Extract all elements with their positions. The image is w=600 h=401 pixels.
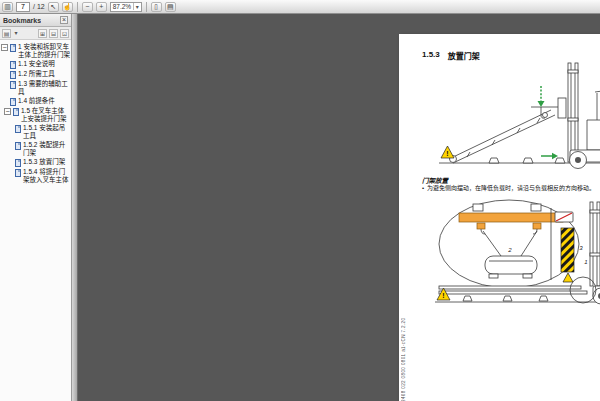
chevron-down-icon: ▾	[133, 3, 139, 10]
bullet-marker: •	[422, 185, 424, 192]
reach-truck	[568, 63, 600, 169]
close-icon[interactable]: ×	[60, 16, 68, 24]
warning-triangle-icon	[563, 273, 573, 282]
zoom-level-select[interactable]: 87.2% ▾	[110, 2, 142, 12]
figure-crane-placement: 2 3	[433, 198, 600, 310]
collapse-expander-icon[interactable]: −	[4, 108, 11, 115]
bookmark-item-1-5-2[interactable]: 1.5.2 装配提升门架	[1, 141, 70, 157]
bookmarks-panel: Bookmarks × ▤ ▾ ⊞ ⊟ ⊡ − 1 安装和拆卸叉车主体上的提升门…	[0, 14, 72, 401]
bookmark-label: 1.5 在叉车主体上安装提升门架	[21, 107, 70, 123]
top-toolbar: ▥ / 12 ↖ ☝ − + 87.2% ▾ ▯ ▤	[0, 0, 600, 14]
zoom-out-icon[interactable]: −	[82, 2, 93, 12]
inclined-mast	[449, 110, 555, 163]
bookmark-page-icon	[13, 108, 19, 116]
figure-label-1: 1	[584, 259, 587, 265]
no-touch-sign-icon	[555, 212, 573, 222]
chevron-down-icon[interactable]: ▾	[13, 29, 19, 38]
bookmark-item-1-2[interactable]: 1.2 所需工具	[1, 70, 70, 79]
pdf-viewer-window: ▥ / 12 ↖ ☝ − + 87.2% ▾ ▯ ▤ Bookmarks × ▤…	[0, 0, 600, 401]
continuous-view-icon[interactable]: ▤	[165, 2, 176, 12]
bookmark-page-icon	[10, 44, 16, 52]
bullet-text: 为避免侧向摆动，在降低负载时，请沿与负载相反的方向移动。	[427, 185, 595, 192]
arrow-right-icon	[541, 153, 558, 159]
bookmark-page-icon	[15, 125, 21, 133]
bookmark-page-icon	[10, 81, 16, 89]
bookmark-page-icon	[10, 71, 16, 79]
warning-triangle-icon: !	[441, 146, 454, 158]
single-page-view-icon[interactable]: ▯	[151, 2, 162, 12]
figure-label-2: 2	[507, 247, 512, 253]
bookmark-page-icon	[15, 142, 21, 150]
bookmark-label: 1.2 所需工具	[18, 70, 55, 78]
bookmark-label: 1.5.4 将提升门架放入叉车主体	[23, 168, 70, 184]
toolbar-separator	[146, 2, 147, 12]
document-code: 3468 022 0800 0801 a1-cCN 7.2.20	[401, 302, 406, 401]
bookmark-item-1-4[interactable]: 1.4 前提条件	[1, 97, 70, 106]
ground-chocks	[489, 158, 565, 163]
collapse-bookmark-icon[interactable]: ⊟	[49, 29, 58, 38]
page-total-label: / 12	[33, 3, 45, 10]
bookmark-item-1-5-4[interactable]: 1.5.4 将提升门架放入叉车主体	[1, 168, 70, 184]
bookmark-page-icon	[10, 98, 16, 106]
figure-label-3: 3	[579, 245, 583, 251]
zoom-level-value: 87.2%	[113, 3, 131, 10]
hand-tool-icon[interactable]: ☝	[62, 2, 73, 12]
zoom-in-icon[interactable]: +	[96, 2, 107, 12]
bookmarks-panel-toolbar: ▤ ▾ ⊞ ⊟ ⊡	[0, 27, 71, 40]
bookmark-label: 1.1 安全说明	[18, 60, 55, 68]
bookmark-item-1[interactable]: − 1 安装和拆卸叉车主体上的提升门架	[1, 43, 70, 59]
bookmark-label: 1 安装和拆卸叉车主体上的提升门架	[18, 43, 70, 59]
bookmark-label: 1.5.2 装配提升门架	[23, 141, 70, 157]
bookmark-label: 1.5.3 放置门架	[23, 158, 65, 166]
bookmarks-panel-header: Bookmarks ×	[0, 14, 71, 27]
lifting-carriage	[531, 98, 566, 118]
svg-text:!: !	[442, 292, 444, 299]
paragraph-subheading: 门架放置	[422, 175, 448, 185]
instruction-bullet: • 为避免侧向摆动，在降低负载时，请沿与负载相反的方向移动。	[422, 185, 600, 192]
document-canvas[interactable]: 1.5.3 放置门架	[78, 14, 600, 401]
bookmark-label: 1.4 前提条件	[18, 97, 55, 105]
bookmark-item-1-3[interactable]: 1.3 需要的辅助工具	[1, 80, 70, 96]
toolbar-separator	[77, 2, 78, 12]
expand-bookmark-icon[interactable]: ⊞	[38, 29, 47, 38]
page-number-input[interactable]	[16, 2, 30, 12]
collapse-expander-icon[interactable]: −	[1, 44, 8, 51]
svg-text:!: !	[446, 150, 448, 157]
bookmark-page-icon	[10, 61, 16, 69]
bookmark-item-1-5-1[interactable]: 1.5.1 安装起吊工具	[1, 124, 70, 140]
bookmark-page-icon	[15, 169, 21, 177]
arrow-down-icon	[538, 86, 545, 107]
select-tool-icon[interactable]: ↖	[48, 2, 59, 12]
bookmark-label: 1.5.1 安装起吊工具	[23, 124, 70, 140]
pdf-page: 1.5.3 放置门架	[399, 34, 600, 401]
sidebar-toggle-icon[interactable]: ▥	[2, 2, 13, 12]
new-bookmark-icon[interactable]: ⊡	[60, 29, 69, 38]
figure-mast-lowering: !	[437, 60, 600, 174]
bookmark-item-1-5[interactable]: − 1.5 在叉车主体上安装提升门架	[1, 107, 70, 123]
bookmarks-panel-title: Bookmarks	[3, 17, 41, 24]
bookmark-item-1-1[interactable]: 1.1 安全说明	[1, 60, 70, 69]
bookmark-label: 1.3 需要的辅助工具	[18, 80, 70, 96]
bookmark-item-1-5-3[interactable]: 1.5.3 放置门架	[1, 158, 70, 167]
hazard-stripe-post	[561, 228, 574, 272]
bookmark-options-icon[interactable]: ▤	[2, 29, 11, 38]
bookmarks-tree: − 1 安装和拆卸叉车主体上的提升门架 1.1 安全说明 1.2 所需工具 1.…	[0, 40, 71, 401]
reach-truck	[590, 202, 600, 304]
bookmark-page-icon	[15, 159, 21, 167]
